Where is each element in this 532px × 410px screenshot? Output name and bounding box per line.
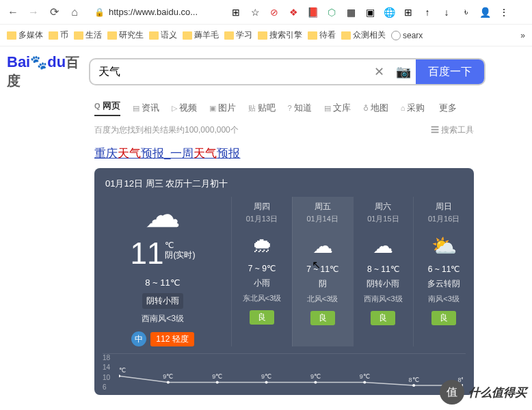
tab-资讯[interactable]: ▤资讯 — [133, 100, 159, 116]
svg-point-0 — [119, 374, 120, 377]
temp-chart: 1814106 11℃9℃9℃9℃9℃9℃8℃8℃ — [103, 353, 466, 391]
bookmark-item[interactable]: 语义 — [149, 29, 177, 41]
svg-text:9℃: 9℃ — [212, 373, 222, 380]
ext-icon-2[interactable]: 📕 — [306, 6, 319, 18]
search-tools[interactable]: ☰ 搜索工具 — [431, 124, 474, 136]
forecast-day[interactable]: 周六01月15日☁8 ~ 11℃阴转小雨西南风<3级良 — [353, 197, 414, 346]
tab-文库[interactable]: ▤文库 — [324, 100, 351, 116]
reload-button[interactable]: ⟳ — [46, 5, 62, 20]
cursor-icon: ↖ — [312, 258, 321, 271]
star-icon[interactable]: ☆ — [249, 6, 261, 18]
aqi-icon[interactable]: 中 — [131, 331, 146, 346]
bookmark-item[interactable]: 学习 — [224, 29, 252, 41]
avatar-icon[interactable]: 👤 — [479, 6, 491, 18]
ext-icon-6[interactable]: 🌐 — [383, 6, 395, 18]
svg-point-2 — [167, 381, 170, 383]
aqi-badge[interactable]: 112 轻度 — [150, 332, 194, 346]
qr-icon[interactable]: ⊞ — [230, 6, 242, 18]
forecast-day[interactable]: 周五01月14日☁7 ~ 11℃阴北风<3级良 — [292, 197, 353, 346]
watermark: 值 什么值得买 — [440, 380, 527, 405]
home-button[interactable]: ⌂ — [67, 5, 82, 20]
temp-range: 8 ~ 11℃ — [107, 277, 219, 288]
weather-wind: 西南风<3级 — [107, 313, 219, 325]
bookmark-item[interactable]: 众测相关 — [341, 29, 386, 41]
result-title[interactable]: 重庆天气预报_一周天气预报 — [94, 146, 532, 161]
search-input[interactable] — [90, 66, 367, 78]
svg-text:9℃: 9℃ — [310, 373, 321, 380]
tab-地图[interactable]: ♁地图 — [363, 100, 388, 116]
watermark-text: 什么值得买 — [468, 385, 527, 400]
weather-date-header: 01月12日 周三 农历十二月初十 — [94, 178, 474, 197]
result-count: 百度为您找到相关结果约100,000,000个 — [94, 124, 239, 136]
ext-icon-4[interactable]: ▦ — [345, 6, 357, 18]
svg-point-12 — [412, 384, 415, 387]
forward-button[interactable]: → — [26, 5, 41, 20]
bookmark-item[interactable]: 多媒体 — [7, 29, 43, 41]
paw-icon: 🐾 — [30, 55, 47, 70]
svg-text:9℃: 9℃ — [163, 373, 173, 380]
search-button[interactable]: 百度一下 — [416, 59, 484, 84]
bookmarks-overflow[interactable]: » — [520, 31, 525, 40]
clear-icon[interactable]: ✕ — [367, 64, 391, 79]
camera-icon[interactable]: 📷 — [391, 64, 416, 79]
logo-bai: Bai — [7, 53, 30, 70]
bookmark-item[interactable]: 币 — [49, 29, 68, 41]
forecast-day[interactable]: 周四01月13日🌧7 ~ 9℃小雨东北风<3级良 — [231, 197, 292, 346]
weather-cond: 阴转小雨 — [142, 293, 183, 309]
ext-icon-3[interactable]: ⬡ — [325, 6, 338, 18]
ext-icon-9[interactable]: ↓ — [440, 6, 453, 18]
bookmark-item[interactable]: 研究生 — [107, 29, 144, 41]
weather-today: ☁ 11 ℃阴(实时) 8 ~ 11℃ 阴转小雨 西南风<3级 中 112 轻度 — [94, 197, 231, 346]
bookmark-item[interactable]: 薅羊毛 — [183, 29, 219, 41]
url-bar[interactable]: 🔒 https://www.baidu.co... — [88, 3, 224, 22]
tab-知道[interactable]: ?知道 — [288, 100, 312, 116]
ext-icon-10[interactable]: ৳ — [460, 6, 472, 18]
search-tabs: Q网页▤资讯▷视频▣图片贴贴吧?知道▤文库♁地图⌂采购更多 — [94, 100, 532, 116]
ext-icon-8[interactable]: ↑ — [421, 6, 434, 18]
svg-point-4 — [216, 381, 219, 383]
logo-du: du — [47, 53, 66, 70]
tab-更多[interactable]: 更多 — [437, 100, 457, 116]
bookmark-item[interactable]: 生活 — [74, 29, 102, 41]
chart-line: 11℃9℃9℃9℃9℃9℃8℃8℃ — [119, 354, 463, 392]
bookmark-item[interactable]: 待看 — [308, 29, 336, 41]
url-text: https://www.baidu.co... — [109, 7, 217, 17]
lock-icon: 🔒 — [94, 8, 105, 17]
tab-采购[interactable]: ⌂采购 — [401, 100, 425, 116]
chart-yaxis: 1814106 — [103, 354, 110, 391]
cloud-icon: ☁ — [107, 197, 219, 232]
ext-icon-5[interactable]: ▣ — [364, 6, 376, 18]
tab-视频[interactable]: ▷视频 — [172, 100, 197, 116]
svg-text:11℃: 11℃ — [119, 367, 126, 374]
result-info-row: 百度为您找到相关结果约100,000,000个 ☰ 搜索工具 — [94, 124, 474, 136]
svg-point-6 — [265, 381, 268, 383]
forecast-day[interactable]: 周日01月16日⛅6 ~ 11℃多云转阴南风<3级良 — [413, 197, 474, 346]
baidu-logo[interactable]: Bai🐾du百度 — [7, 53, 81, 90]
svg-text:9℃: 9℃ — [360, 373, 370, 380]
weather-card: 01月12日 周三 农历十二月初十 ☁ 11 ℃阴(实时) 8 ~ 11℃ 阴转… — [94, 168, 474, 395]
back-button[interactable]: ← — [5, 5, 21, 20]
adblock-icon[interactable]: ⊘ — [268, 6, 280, 18]
svg-point-10 — [363, 381, 366, 383]
bookmark-item[interactable]: searx — [391, 31, 423, 40]
ext-icon-1[interactable]: ❖ — [287, 6, 300, 18]
ext-icon-7[interactable]: ⊞ — [402, 6, 414, 18]
tab-网页[interactable]: Q网页 — [94, 100, 120, 116]
toolbar-icons: ⊞ ☆ ⊘ ❖ 📕 ⬡ ▦ ▣ 🌐 ⊞ ↑ ↓ ৳ 👤 ⋮ — [230, 6, 510, 18]
temp-now: 11 ℃阴(实时) — [107, 236, 219, 271]
tab-图片[interactable]: ▣图片 — [209, 100, 236, 116]
tab-贴吧[interactable]: 贴贴吧 — [248, 100, 276, 116]
svg-point-8 — [314, 381, 317, 383]
svg-text:8℃: 8℃ — [409, 377, 419, 383]
bookmarks-bar: 多媒体币生活研究生语义薅羊毛学习搜索引擎待看众测相关searx» — [0, 25, 532, 46]
browser-toolbar: ← → ⟳ ⌂ 🔒 https://www.baidu.co... ⊞ ☆ ⊘ … — [0, 0, 532, 25]
search-box: ✕ 📷 百度一下 — [89, 58, 486, 85]
watermark-circle: 值 — [440, 380, 464, 405]
svg-text:9℃: 9℃ — [261, 373, 271, 380]
menu-icon[interactable]: ⋮ — [498, 6, 510, 18]
bookmark-item[interactable]: 搜索引擎 — [258, 29, 302, 41]
